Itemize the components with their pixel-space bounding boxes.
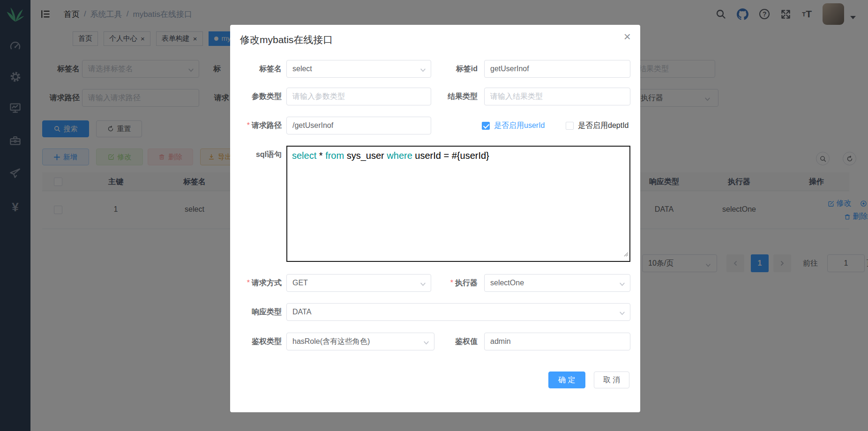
request-path-input[interactable]: [286, 117, 431, 134]
checkbox-unchecked-icon: [566, 122, 574, 130]
tag-name-label: 标签名: [230, 60, 282, 78]
request-method-select[interactable]: GET: [286, 274, 431, 292]
chevron-down-icon: [619, 310, 625, 318]
tag-id-label: 标签id: [421, 60, 478, 78]
required-mark: *: [450, 279, 453, 287]
chevron-down-icon: [619, 281, 625, 289]
select-value: hasRole(含有这些角色): [292, 337, 370, 347]
checkbox-checked-icon: [482, 122, 490, 130]
screen: ¥ 首页 / 系统工具 / mybatis在线接口: [0, 0, 868, 431]
sql-code: select * from sys_user where userId = #{…: [292, 150, 489, 161]
auth-value-input[interactable]: [484, 333, 630, 350]
request-method-label: *请求方式: [230, 274, 282, 292]
button-label: 确 定: [558, 375, 575, 385]
button-label: 取 消: [603, 375, 620, 385]
required-mark: *: [247, 279, 250, 287]
cancel-button[interactable]: 取 消: [594, 372, 629, 388]
executor-select[interactable]: selectOne: [484, 274, 630, 292]
auth-type-select[interactable]: hasRole(含有这些角色): [286, 333, 434, 350]
enable-deptid-checkbox[interactable]: 是否启用deptId: [566, 117, 629, 134]
auth-type-label: 鉴权类型: [230, 333, 282, 350]
enable-userid-checkbox[interactable]: 是否启用userId: [482, 117, 545, 134]
dialog-title: 修改mybatis在线接口: [240, 33, 333, 46]
response-type-select[interactable]: DATA: [286, 303, 630, 321]
auth-value-label: 鉴权值: [421, 333, 478, 350]
select-value: DATA: [292, 308, 311, 316]
required-mark: *: [247, 121, 250, 129]
confirm-button[interactable]: 确 定: [548, 372, 585, 388]
dialog-close-icon[interactable]: ×: [624, 30, 631, 43]
tag-name-select[interactable]: select: [286, 60, 431, 78]
select-value: select: [292, 65, 312, 73]
sql-label: sql语句: [230, 146, 282, 163]
select-value: GET: [292, 279, 308, 287]
checkbox-label: 是否启用deptId: [578, 121, 629, 131]
sql-editor[interactable]: select * from sys_user where userId = #{…: [286, 146, 630, 262]
edit-mybatis-dialog: 修改mybatis在线接口 × 标签名 select 标签id 参数类型 结果类…: [230, 25, 640, 412]
param-type-input[interactable]: [286, 88, 431, 105]
checkbox-label: 是否启用userId: [494, 121, 545, 131]
request-path-label: *请求路径: [230, 117, 282, 134]
param-type-label: 参数类型: [230, 88, 282, 105]
result-type-input[interactable]: [484, 88, 630, 105]
tag-id-input[interactable]: [484, 60, 630, 78]
select-value: selectOne: [490, 279, 524, 287]
executor-label: *执行器: [421, 274, 478, 292]
response-type-label: 响应类型: [230, 303, 282, 321]
resize-handle-icon[interactable]: [623, 247, 629, 260]
result-type-label: 结果类型: [421, 88, 478, 105]
